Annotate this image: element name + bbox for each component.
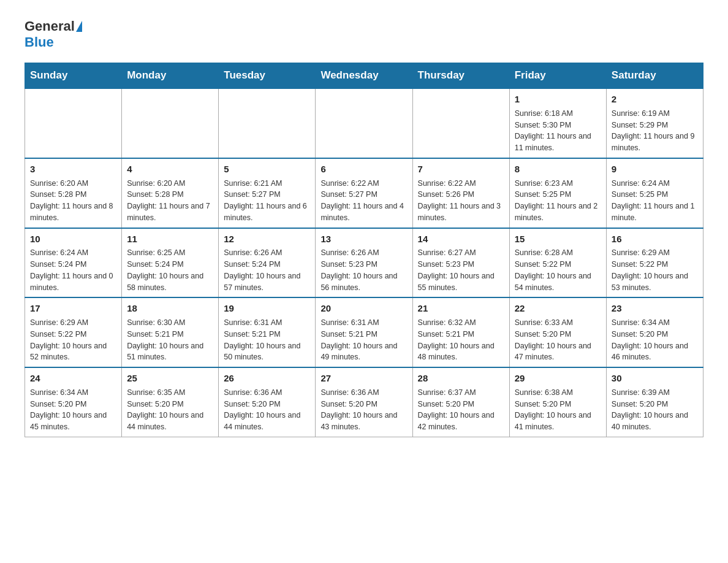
calendar-cell: 14Sunrise: 6:27 AMSunset: 5:23 PMDayligh…: [412, 228, 509, 298]
calendar-cell: 7Sunrise: 6:22 AMSunset: 5:26 PMDaylight…: [412, 158, 509, 228]
logo-blue-text: Blue: [25, 34, 54, 50]
day-number: 27: [320, 372, 407, 385]
calendar-cell: 21Sunrise: 6:32 AMSunset: 5:21 PMDayligh…: [412, 297, 509, 367]
day-number: 13: [320, 232, 407, 246]
calendar-cell: [412, 88, 509, 158]
day-info: Sunrise: 6:36 AMSunset: 5:20 PMDaylight:…: [224, 387, 310, 433]
day-header-wednesday: Wednesday: [316, 63, 412, 89]
day-info: Sunrise: 6:31 AMSunset: 5:21 PMDaylight:…: [320, 317, 407, 363]
day-info: Sunrise: 6:26 AMSunset: 5:24 PMDaylight:…: [224, 247, 310, 293]
calendar-cell: 8Sunrise: 6:23 AMSunset: 5:25 PMDaylight…: [509, 158, 606, 228]
day-info: Sunrise: 6:37 AMSunset: 5:20 PMDaylight:…: [418, 387, 504, 433]
day-number: 21: [418, 302, 504, 315]
calendar-cell: 12Sunrise: 6:26 AMSunset: 5:24 PMDayligh…: [219, 228, 316, 298]
day-number: 4: [127, 163, 213, 176]
logo: General Blue: [25, 18, 83, 50]
calendar-cell: 4Sunrise: 6:20 AMSunset: 5:28 PMDaylight…: [122, 158, 219, 228]
week-row-1: 1Sunrise: 6:18 AMSunset: 5:30 PMDaylight…: [25, 88, 703, 158]
day-info: Sunrise: 6:38 AMSunset: 5:20 PMDaylight:…: [515, 387, 601, 433]
day-number: 1: [515, 93, 601, 106]
day-number: 20: [320, 302, 407, 315]
day-info: Sunrise: 6:18 AMSunset: 5:30 PMDaylight:…: [515, 108, 601, 154]
day-info: Sunrise: 6:32 AMSunset: 5:21 PMDaylight:…: [418, 317, 504, 363]
logo-general-text: General: [25, 18, 75, 34]
calendar-cell: 3Sunrise: 6:20 AMSunset: 5:28 PMDaylight…: [25, 158, 122, 228]
day-info: Sunrise: 6:29 AMSunset: 5:22 PMDaylight:…: [30, 317, 116, 363]
day-number: 11: [127, 232, 213, 246]
day-number: 16: [612, 232, 698, 246]
day-header-thursday: Thursday: [412, 63, 509, 89]
week-row-3: 10Sunrise: 6:24 AMSunset: 5:24 PMDayligh…: [25, 228, 703, 298]
day-number: 8: [515, 163, 601, 176]
calendar-cell: 11Sunrise: 6:25 AMSunset: 5:24 PMDayligh…: [122, 228, 219, 298]
header-row: SundayMondayTuesdayWednesdayThursdayFrid…: [25, 63, 703, 89]
calendar-cell: [219, 88, 316, 158]
calendar-cell: 10Sunrise: 6:24 AMSunset: 5:24 PMDayligh…: [25, 228, 122, 298]
calendar-cell: [122, 88, 219, 158]
day-number: 5: [224, 163, 310, 176]
day-info: Sunrise: 6:23 AMSunset: 5:25 PMDaylight:…: [515, 178, 601, 224]
day-number: 7: [418, 163, 504, 176]
calendar-cell: 1Sunrise: 6:18 AMSunset: 5:30 PMDaylight…: [509, 88, 606, 158]
calendar-cell: 20Sunrise: 6:31 AMSunset: 5:21 PMDayligh…: [316, 297, 412, 367]
day-number: 28: [418, 372, 504, 385]
day-number: 15: [515, 232, 601, 246]
day-number: 23: [612, 302, 698, 315]
calendar-cell: 5Sunrise: 6:21 AMSunset: 5:27 PMDaylight…: [219, 158, 316, 228]
week-row-5: 24Sunrise: 6:34 AMSunset: 5:20 PMDayligh…: [25, 367, 703, 437]
calendar-cell: [316, 88, 412, 158]
day-info: Sunrise: 6:22 AMSunset: 5:27 PMDaylight:…: [320, 178, 407, 224]
day-info: Sunrise: 6:24 AMSunset: 5:25 PMDaylight:…: [612, 178, 698, 224]
day-info: Sunrise: 6:20 AMSunset: 5:28 PMDaylight:…: [30, 178, 116, 224]
day-info: Sunrise: 6:24 AMSunset: 5:24 PMDaylight:…: [30, 247, 116, 293]
day-number: 29: [515, 372, 601, 385]
calendar-cell: 27Sunrise: 6:36 AMSunset: 5:20 PMDayligh…: [316, 367, 412, 437]
day-info: Sunrise: 6:30 AMSunset: 5:21 PMDaylight:…: [127, 317, 213, 363]
day-info: Sunrise: 6:28 AMSunset: 5:22 PMDaylight:…: [515, 247, 601, 293]
calendar-cell: 6Sunrise: 6:22 AMSunset: 5:27 PMDaylight…: [316, 158, 412, 228]
day-number: 14: [418, 232, 504, 246]
day-number: 24: [30, 372, 116, 385]
day-info: Sunrise: 6:34 AMSunset: 5:20 PMDaylight:…: [30, 387, 116, 433]
day-number: 26: [224, 372, 310, 385]
calendar-cell: 29Sunrise: 6:38 AMSunset: 5:20 PMDayligh…: [509, 367, 606, 437]
calendar-cell: 17Sunrise: 6:29 AMSunset: 5:22 PMDayligh…: [25, 297, 122, 367]
day-number: 3: [30, 163, 116, 176]
calendar-cell: 19Sunrise: 6:31 AMSunset: 5:21 PMDayligh…: [219, 297, 316, 367]
day-number: 9: [612, 163, 698, 176]
week-row-4: 17Sunrise: 6:29 AMSunset: 5:22 PMDayligh…: [25, 297, 703, 367]
day-info: Sunrise: 6:29 AMSunset: 5:22 PMDaylight:…: [612, 247, 698, 293]
calendar-table: SundayMondayTuesdayWednesdayThursdayFrid…: [25, 63, 703, 437]
day-number: 18: [127, 302, 213, 315]
day-number: 2: [612, 93, 698, 106]
day-number: 12: [224, 232, 310, 246]
day-number: 30: [612, 372, 698, 385]
day-info: Sunrise: 6:36 AMSunset: 5:20 PMDaylight:…: [320, 387, 407, 433]
calendar-cell: 30Sunrise: 6:39 AMSunset: 5:20 PMDayligh…: [606, 367, 703, 437]
calendar-cell: 2Sunrise: 6:19 AMSunset: 5:29 PMDaylight…: [606, 88, 703, 158]
day-number: 17: [30, 302, 116, 315]
day-info: Sunrise: 6:22 AMSunset: 5:26 PMDaylight:…: [418, 178, 504, 224]
day-number: 22: [515, 302, 601, 315]
day-info: Sunrise: 6:33 AMSunset: 5:20 PMDaylight:…: [515, 317, 601, 363]
day-header-friday: Friday: [509, 63, 606, 89]
calendar-cell: 16Sunrise: 6:29 AMSunset: 5:22 PMDayligh…: [606, 228, 703, 298]
day-header-sunday: Sunday: [25, 63, 122, 89]
day-header-tuesday: Tuesday: [219, 63, 316, 89]
day-info: Sunrise: 6:31 AMSunset: 5:21 PMDaylight:…: [224, 317, 310, 363]
calendar-cell: 9Sunrise: 6:24 AMSunset: 5:25 PMDaylight…: [606, 158, 703, 228]
week-row-2: 3Sunrise: 6:20 AMSunset: 5:28 PMDaylight…: [25, 158, 703, 228]
logo-triangle-icon: [76, 21, 82, 32]
calendar-cell: 18Sunrise: 6:30 AMSunset: 5:21 PMDayligh…: [122, 297, 219, 367]
page-header: General Blue: [25, 18, 703, 50]
day-number: 10: [30, 232, 116, 246]
calendar-cell: 22Sunrise: 6:33 AMSunset: 5:20 PMDayligh…: [509, 297, 606, 367]
calendar-cell: 28Sunrise: 6:37 AMSunset: 5:20 PMDayligh…: [412, 367, 509, 437]
day-info: Sunrise: 6:39 AMSunset: 5:20 PMDaylight:…: [612, 387, 698, 433]
day-info: Sunrise: 6:26 AMSunset: 5:23 PMDaylight:…: [320, 247, 407, 293]
day-number: 19: [224, 302, 310, 315]
day-number: 6: [320, 163, 407, 176]
day-info: Sunrise: 6:27 AMSunset: 5:23 PMDaylight:…: [418, 247, 504, 293]
calendar-cell: 26Sunrise: 6:36 AMSunset: 5:20 PMDayligh…: [219, 367, 316, 437]
day-info: Sunrise: 6:25 AMSunset: 5:24 PMDaylight:…: [127, 247, 213, 293]
